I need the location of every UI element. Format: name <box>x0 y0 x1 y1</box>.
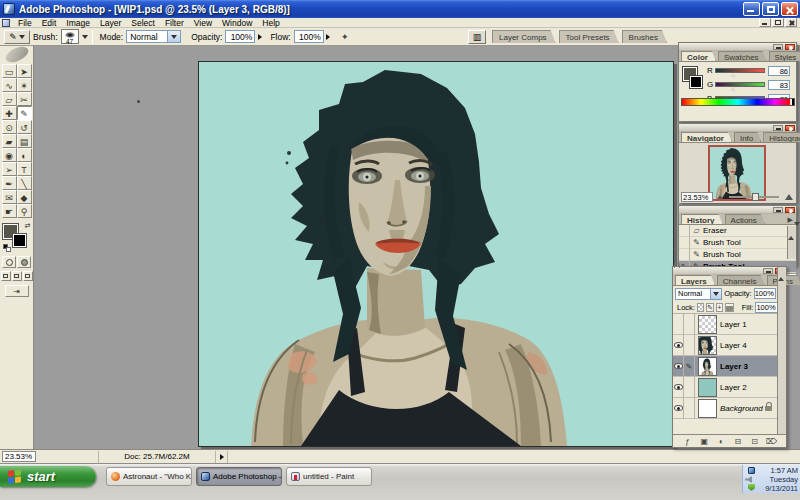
visibility-toggle[interactable] <box>673 335 684 356</box>
volume-icon[interactable] <box>745 476 752 483</box>
close-icon[interactable] <box>785 207 795 213</box>
brush-tool[interactable]: ✎ <box>17 106 32 120</box>
mode-select[interactable]: Normal <box>126 30 181 43</box>
doc-minimize-button[interactable] <box>759 18 771 27</box>
delete-layer-button[interactable]: ⌦ <box>765 437 778 446</box>
security-shield-icon[interactable] <box>748 484 755 491</box>
history-scrollbar[interactable] <box>787 226 796 259</box>
eraser-tool[interactable]: ▰ <box>2 134 17 148</box>
close-icon[interactable] <box>785 125 795 131</box>
file-browser-button[interactable]: ▥ <box>468 30 486 44</box>
red-value-input[interactable]: 86 <box>768 66 790 76</box>
menu-help[interactable]: Help <box>257 18 284 28</box>
link-well[interactable] <box>684 398 695 419</box>
flow-spinner[interactable] <box>324 30 333 43</box>
tab-brushes[interactable]: Brushes <box>622 30 667 43</box>
hand-tool[interactable]: ☛ <box>2 204 17 218</box>
imageready-button[interactable]: ⇥ <box>5 285 29 297</box>
zoom-in-icon[interactable] <box>785 194 793 200</box>
status-menu-button[interactable] <box>216 451 228 463</box>
layer-thumbnail[interactable] <box>698 357 717 376</box>
layer-style-button[interactable]: ƒ <box>681 437 694 446</box>
layers-opacity-input[interactable]: 100% <box>754 288 776 299</box>
swap-colors-icon[interactable]: ⇄ <box>25 222 31 230</box>
standard-mode-button[interactable] <box>2 256 16 268</box>
visibility-toggle[interactable] <box>673 314 684 335</box>
tab-history[interactable]: History <box>681 214 723 224</box>
lasso-tool[interactable]: ∿ <box>2 78 17 92</box>
minimize-button[interactable] <box>743 2 760 16</box>
history-brush-tool[interactable]: ↺ <box>17 120 32 134</box>
fullscreen-button[interactable] <box>23 271 33 281</box>
layer-row-layer2[interactable]: Layer 2 <box>673 377 786 398</box>
menu-image[interactable]: Image <box>61 18 95 28</box>
doc-close-button[interactable] <box>785 18 797 27</box>
background-color-swatch[interactable] <box>690 76 702 88</box>
taskbar-item-paint[interactable]: untitled - Paint <box>286 467 372 486</box>
zoom-slider[interactable] <box>729 196 779 198</box>
pen-tool[interactable]: ✒ <box>2 176 17 190</box>
shape-tool[interactable]: ╲ <box>17 176 32 190</box>
menu-select[interactable]: Select <box>126 18 160 28</box>
layer-name[interactable]: Background <box>720 404 763 413</box>
zoom-slider-thumb[interactable] <box>752 193 759 201</box>
menu-edit[interactable]: Edit <box>37 18 62 28</box>
layer-thumbnail[interactable] <box>698 315 717 334</box>
slice-tool[interactable]: ✂ <box>17 92 32 106</box>
menu-filter[interactable]: Filter <box>160 18 189 28</box>
layer-thumbnail[interactable] <box>698 378 717 397</box>
tab-info[interactable]: Info <box>734 132 761 142</box>
history-item[interactable]: ✎ Brush Tool <box>679 249 796 261</box>
flow-input[interactable]: 100% <box>294 30 324 43</box>
mode-dropdown-icon[interactable] <box>167 31 180 42</box>
opacity-spinner[interactable] <box>255 30 264 43</box>
tab-histogram[interactable]: Histogram <box>763 132 800 142</box>
minimize-icon[interactable] <box>773 125 783 131</box>
minimize-icon[interactable] <box>763 268 773 274</box>
close-icon[interactable] <box>785 44 795 50</box>
layer-row-layer4[interactable]: Layer 4 <box>673 335 786 356</box>
layer-row-layer3-selected[interactable]: ✎ Layer 3 <box>673 356 786 377</box>
layers-scrollbar[interactable] <box>777 267 786 447</box>
quick-mask-button[interactable] <box>17 256 31 268</box>
history-source-well[interactable] <box>679 249 690 261</box>
layer-mask-button[interactable]: ▣ <box>698 437 711 446</box>
fill-input[interactable]: 100% <box>755 302 777 313</box>
menu-layer[interactable]: Layer <box>95 18 126 28</box>
minimize-icon[interactable] <box>773 207 783 213</box>
magic-wand-tool[interactable]: ✶ <box>17 78 32 92</box>
history-item[interactable]: ✎ Brush Tool <box>679 237 796 249</box>
display-settings-icon[interactable] <box>748 467 755 474</box>
blend-mode-dropdown-icon[interactable] <box>710 289 721 299</box>
default-colors-icon[interactable] <box>3 244 12 252</box>
start-button[interactable]: start <box>0 466 96 487</box>
link-well[interactable] <box>684 377 695 398</box>
background-color-swatch[interactable] <box>13 234 26 247</box>
minimize-icon[interactable] <box>773 44 783 50</box>
visibility-toggle[interactable] <box>673 398 684 419</box>
tab-color[interactable]: Color <box>681 51 716 61</box>
visibility-toggle[interactable] <box>673 377 684 398</box>
palette-titlebar[interactable] <box>679 43 796 51</box>
menu-file[interactable]: File <box>13 18 37 28</box>
clock[interactable]: 1:57 AM Tuesday 9/13/2011 <box>759 465 800 493</box>
airbrush-toggle[interactable]: ✦ <box>337 30 353 44</box>
tool-preset-picker[interactable]: ✎ <box>4 30 30 44</box>
tab-layers[interactable]: Layers <box>675 275 715 285</box>
tab-channels[interactable]: Channels <box>717 275 765 285</box>
palette-titlebar[interactable] <box>673 267 786 275</box>
tab-swatches[interactable]: Swatches <box>718 51 767 61</box>
layer-name[interactable]: Layer 4 <box>720 341 747 350</box>
dodge-tool[interactable]: ◐ <box>17 148 32 162</box>
taskbar-item-astronaut[interactable]: Astronaut - "Who Kil... <box>106 467 192 486</box>
visibility-toggle[interactable] <box>673 356 684 377</box>
lock-transparency-icon[interactable] <box>697 303 704 312</box>
brush-dropdown-icon[interactable] <box>82 35 88 39</box>
tab-tool-presets[interactable]: Tool Presets <box>559 30 619 43</box>
opacity-input[interactable]: 100% <box>225 30 255 43</box>
fullscreen-menubar-button[interactable] <box>12 271 22 281</box>
link-well[interactable] <box>684 314 695 335</box>
green-value-input[interactable]: 83 <box>768 80 790 90</box>
layer-row-background[interactable]: Background <box>673 398 786 419</box>
status-zoom-input[interactable]: 23.53% <box>2 451 36 462</box>
